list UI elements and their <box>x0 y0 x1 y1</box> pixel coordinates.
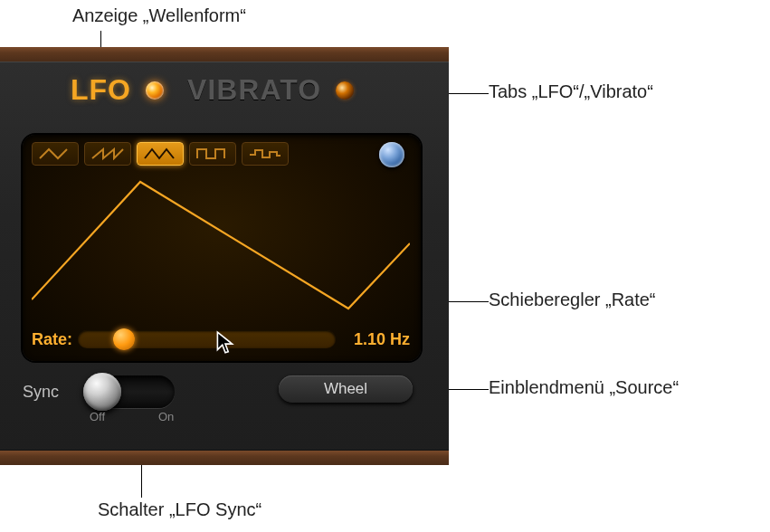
tab-vibrato[interactable]: VIBRATO <box>180 73 328 107</box>
triangle-down-icon <box>38 147 72 160</box>
lfo-panel: Rate: 1.10 Hz <box>23 135 421 361</box>
sync-toggle-knob[interactable] <box>83 373 121 411</box>
wave-saw-button[interactable] <box>84 142 131 166</box>
waveform-plot-icon <box>32 173 410 310</box>
source-popup-menu[interactable]: Wheel <box>279 375 413 403</box>
rate-value: 1.10 Hz <box>345 330 410 349</box>
tab-lfo[interactable]: LFO <box>63 73 138 107</box>
waveform-selector <box>32 142 289 166</box>
mouse-cursor-icon <box>215 330 235 356</box>
sync-label: Sync <box>23 383 59 402</box>
square-icon <box>195 147 230 160</box>
wave-triangle-button[interactable] <box>137 142 184 166</box>
sync-block: Sync Off On <box>23 368 204 423</box>
saw-icon <box>90 147 125 160</box>
annotation-tabs: Tabs „LFO“/„Vibrato“ <box>489 81 653 102</box>
annotation-rate-slider: Schieberegler „Rate“ <box>489 290 656 310</box>
plugin-body: LFO VIBRATO <box>0 62 449 451</box>
annotation-source-menu: Einblendmenü „Source“ <box>489 377 679 398</box>
wave-square-button[interactable] <box>189 142 236 166</box>
waveform-display <box>32 173 410 310</box>
sync-off-label: Off <box>90 410 105 423</box>
lfo-vibrato-tabs: LFO VIBRATO <box>63 73 370 107</box>
rate-slider-thumb[interactable] <box>113 328 135 350</box>
lamp-vibrato-icon <box>336 81 354 100</box>
depth-slider[interactable] <box>379 142 404 173</box>
triangle-icon <box>143 147 177 160</box>
annotation-waveform: Anzeige „Wellenform“ <box>72 5 246 26</box>
rate-label: Rate: <box>32 330 72 349</box>
annotation-sync-switch: Schalter „LFO Sync“ <box>98 499 261 520</box>
sync-toggle[interactable] <box>88 375 175 408</box>
random-icon <box>248 147 282 160</box>
source-popup-value: Wheel <box>324 380 367 398</box>
rate-slider[interactable] <box>78 330 336 348</box>
wood-frame-bottom <box>0 451 449 465</box>
wave-random-button[interactable] <box>242 142 289 166</box>
depth-slider-thumb[interactable] <box>379 142 404 167</box>
wave-triangle-down-button[interactable] <box>32 142 79 166</box>
wood-frame-top <box>0 47 449 62</box>
sync-on-label: On <box>158 410 174 423</box>
lamp-lfo-icon <box>146 81 164 100</box>
